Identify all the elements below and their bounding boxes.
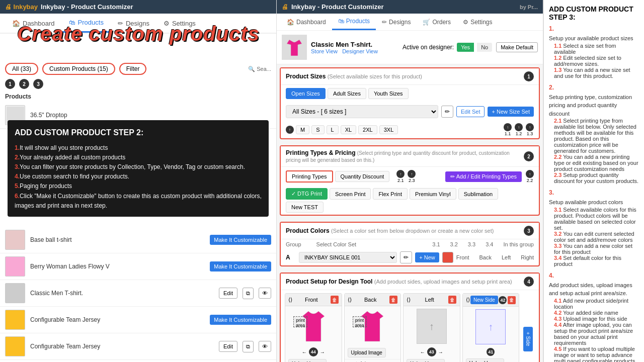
advance-back-btn[interactable]: ⚙⚙ Advance Settings bbox=[345, 359, 401, 362]
edit-set-btn[interactable]: Edit Set bbox=[456, 106, 485, 117]
mid-nav-orders[interactable]: 🛒 Orders bbox=[417, 14, 457, 30]
right-title-2: Setup printing type, customization prici… bbox=[549, 93, 639, 118]
product-row: Berry Woman Ladies Flowy V Make It Custo… bbox=[0, 253, 276, 280]
make-customizable-btn[interactable]: Make It Customizable bbox=[210, 315, 271, 325]
make-customizable-btn[interactable]: Make It Customizable bbox=[210, 261, 271, 272]
mid-nav-settings[interactable]: ⚙ Settings bbox=[457, 14, 498, 30]
view-icon-btn[interactable]: 👁 bbox=[259, 341, 271, 352]
make-default-btn[interactable]: Make Default bbox=[496, 42, 538, 52]
store-view-link[interactable]: Store View bbox=[311, 48, 338, 54]
size-badges: ↑ M S L XL 2XL 3XL ↑1.1 ↑1.2 ↑1.3 bbox=[281, 121, 539, 138]
badge-21: ↑ bbox=[396, 170, 405, 178]
mid-nav-dashboard[interactable]: 🏠 Dashboard bbox=[281, 14, 332, 30]
left-panel: 🖨 Inkybay Inkybay - Product Customizer 🏠… bbox=[0, 0, 277, 362]
copy-icon-btn[interactable]: ⧉ bbox=[243, 288, 254, 299]
product-name: Classic Men T-shirt. bbox=[30, 290, 214, 297]
size-m: M bbox=[296, 125, 309, 134]
back-del-btn[interactable]: 🗑 bbox=[389, 296, 397, 304]
product-row: Base ball t-shirt Make It Customizable bbox=[0, 227, 276, 253]
new-side-del-btn[interactable]: 🗑 bbox=[508, 296, 516, 304]
filter-filter[interactable]: Filter bbox=[119, 63, 147, 75]
product-title: Classic Men T-shirt. bbox=[311, 41, 398, 48]
front-del-btn[interactable]: 🗑 bbox=[331, 296, 339, 304]
left-col-header: ⟨⟩ Left 🗑 bbox=[404, 294, 460, 306]
edit-btn[interactable]: Edit bbox=[219, 341, 237, 352]
flex-print-btn[interactable]: Flex Print bbox=[373, 188, 407, 200]
right-section-1: 1. Setup your available product sizes 1.… bbox=[549, 25, 639, 79]
products-label: Products bbox=[0, 91, 276, 102]
dtg-print-btn[interactable]: ✓ DTG Print bbox=[286, 188, 328, 200]
upload-new-btn[interactable]: Upload Image bbox=[466, 358, 504, 362]
badge-41: 41 bbox=[487, 348, 495, 356]
col-32: 3.2 bbox=[450, 241, 458, 247]
right-section-3: 3. Setup available product colors 3.1 Se… bbox=[549, 189, 639, 267]
right-item-41: 4.1 Add new product side/print location bbox=[554, 298, 639, 310]
premium-vinyl-btn[interactable]: Premium Vinyl bbox=[410, 188, 456, 200]
product-colors-section: Product Colors (Select a color set from … bbox=[280, 222, 540, 266]
size-2xl: 2XL bbox=[358, 125, 377, 134]
right-title-1: Setup your available product sizes bbox=[549, 34, 639, 43]
group-label: A bbox=[286, 254, 296, 261]
new-color-btn[interactable]: + New bbox=[415, 252, 439, 262]
step2-box: ADD CUSTOM PRODUCT STEP 2: 1.It will sho… bbox=[8, 120, 269, 217]
right-item-22: 2.2 You can add a new printing type or e… bbox=[554, 154, 639, 172]
printing-types-section: Printing Types & Pricing (Select printin… bbox=[280, 145, 540, 216]
edit-size-icon-btn[interactable]: ✏ bbox=[441, 106, 453, 118]
mid-nav: 🏠 Dashboard 🛍 Products ✏ Designs 🛒 Order… bbox=[277, 14, 543, 31]
mid-logo: 🖨 bbox=[282, 3, 288, 11]
right-item-13: 1.3 You can add a new size set and use f… bbox=[554, 67, 639, 79]
colors-data-row: A INKYBAY SINGLE 001 ✏ + New Front Back … bbox=[281, 249, 539, 265]
copy-icon-btn[interactable]: ⧉ bbox=[243, 341, 254, 352]
front-shirt-img: print area bbox=[285, 306, 342, 346]
edit-color-set-btn[interactable]: ✏ bbox=[400, 251, 412, 263]
right-item-32: 3.2 You can edit current selected color … bbox=[554, 231, 639, 243]
right-section-4: 4. Add product sides, upload images and … bbox=[549, 272, 639, 363]
mid-nav-designs[interactable]: ✏ Designs bbox=[376, 14, 417, 30]
left-del-btn[interactable]: 🗑 bbox=[448, 296, 456, 304]
filters-row: All (33) Custom Products (15) Filter 🔍 S… bbox=[0, 59, 276, 79]
front-label: Front bbox=[305, 297, 318, 303]
badge-12: ↑ bbox=[515, 123, 523, 131]
adult-sizes-tab[interactable]: Adult Sizes bbox=[328, 88, 366, 99]
size-set-select[interactable]: All Sizes - [ 6 sizes ] bbox=[286, 105, 438, 118]
product-info-bar: Classic Men T-shirt. Store View Designer… bbox=[277, 31, 543, 64]
badge-44: 44 bbox=[309, 347, 318, 356]
badge-11: ↑ bbox=[504, 123, 512, 131]
add-edit-printing-btn[interactable]: ✏ Add / Edit Printing Types bbox=[445, 171, 522, 182]
plus-side-area: + Side bbox=[521, 293, 535, 362]
toggle-no[interactable]: No bbox=[477, 43, 492, 52]
active-label: Active on designer: bbox=[403, 44, 454, 51]
design-sides: ⟨⟩ Front 🗑 print area ← 44 → bbox=[281, 290, 539, 362]
edit-btn[interactable]: Edit bbox=[219, 288, 237, 299]
youth-sizes-tab[interactable]: Youth Sizes bbox=[368, 88, 409, 99]
new-size-btn[interactable]: + New Size Set bbox=[488, 107, 534, 117]
color-set-select[interactable]: INKYBAY SINGLE 001 bbox=[299, 252, 397, 263]
quantity-discount-tab[interactable]: Quantity Discount bbox=[335, 171, 390, 182]
new-test-btn[interactable]: New TEST bbox=[286, 202, 324, 213]
mid-nav-products[interactable]: 🛍 Products bbox=[332, 14, 376, 30]
open-sizes-tab[interactable]: Open Sizes bbox=[286, 88, 326, 99]
section-num-3: 3 bbox=[524, 226, 534, 236]
toggle-yes[interactable]: Yes bbox=[457, 43, 474, 52]
filter-custom[interactable]: Custom Products (15) bbox=[42, 63, 115, 75]
right-item-43: 4.3 Upload image for this side bbox=[554, 316, 639, 322]
screen-print-btn[interactable]: Screen Print bbox=[330, 188, 371, 200]
printing-types-tab[interactable]: Printing Types bbox=[286, 170, 333, 183]
side-labels: Front Back Left Right bbox=[456, 254, 534, 260]
designer-view-link[interactable]: Designer View bbox=[342, 48, 378, 54]
middle-panel: 🖨 Inkybay - Product Customizer by Pr... … bbox=[277, 0, 543, 362]
new-side-btn[interactable]: New Side bbox=[470, 296, 498, 304]
upload-back-btn[interactable]: Upload Image bbox=[348, 348, 386, 357]
back-side-col: ⟨⟩ Back 🗑 print area Upload Image ⚙⚙ Adv… bbox=[344, 293, 401, 362]
upload-left-btn[interactable]: Upload Image bbox=[407, 359, 445, 362]
make-customizable-btn[interactable]: Make It Customizable bbox=[210, 235, 271, 245]
color-swatch[interactable] bbox=[442, 252, 453, 263]
mid-title: Inkybay - Product Customizer bbox=[291, 3, 383, 11]
view-icon-btn[interactable]: 👁 bbox=[259, 288, 271, 299]
col-33: 3.3 bbox=[468, 241, 475, 247]
filter-all[interactable]: All (33) bbox=[5, 63, 38, 75]
print-area-front: print area bbox=[293, 316, 307, 327]
plus-side-btn[interactable]: + Side bbox=[523, 327, 533, 351]
sublimation-btn[interactable]: Sublimation bbox=[458, 188, 498, 200]
upload-front-btn[interactable]: Upload Image bbox=[288, 359, 327, 362]
